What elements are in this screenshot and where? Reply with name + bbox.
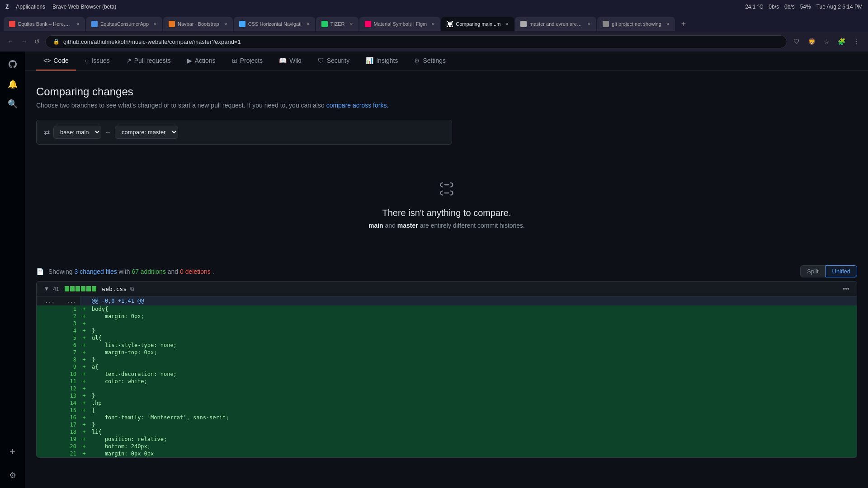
sidebar-icon-search[interactable]: 🔍	[5, 97, 20, 111]
additions-count: 67 additions	[132, 268, 166, 275]
repo-nav: <> Code ○ Issues ↗ Pull requests ▶ Actio…	[25, 52, 868, 71]
tab-close-icon[interactable]: ✕	[587, 22, 591, 27]
insights-icon: 📊	[366, 57, 373, 64]
back-button[interactable]: ←	[5, 36, 15, 47]
copy-path-button[interactable]: ⧉	[130, 286, 134, 292]
split-view-button[interactable]: Split	[800, 265, 825, 277]
network-down: 0b/s	[784, 4, 795, 10]
nav-item-insights[interactable]: 📊 Insights	[359, 52, 405, 70]
nav-item-actions[interactable]: ▶ Actions	[180, 52, 223, 70]
empty-state-icon	[36, 181, 857, 201]
shield-icon[interactable]: 🛡	[791, 36, 802, 47]
diff-tbody: ... ... @@ -0,0 +1,41 @@ 1 + body{	[37, 296, 857, 457]
browser-name: Brave Web Browser (beta)	[52, 4, 116, 10]
table-row: 10 + text-decoration: none;	[37, 371, 857, 378]
tab-close-icon[interactable]: ✕	[76, 22, 80, 27]
nav-item-settings[interactable]: ⚙ Settings	[407, 52, 453, 70]
nav-label-projects: Projects	[240, 57, 263, 64]
actions-icon: ▶	[187, 57, 192, 64]
table-row: 12 +	[37, 385, 857, 392]
tab-navbar[interactable]: Navbar · Bootstrap ✕	[163, 17, 233, 31]
compare-branch-select[interactable]: compare: master	[115, 126, 178, 139]
lock-icon: 🔒	[53, 38, 60, 45]
nav-label-security: Security	[327, 57, 350, 64]
file-diff-menu[interactable]: •••	[843, 285, 849, 292]
table-row: 2 + margin: 0px;	[37, 313, 857, 320]
tab-favicon	[321, 21, 328, 27]
nav-item-security[interactable]: 🛡 Security	[311, 52, 357, 70]
empty-state-desc: main and master are entirely different c…	[36, 222, 857, 229]
diff-view-buttons: Split Unified	[800, 265, 857, 277]
pr-icon: ↗	[126, 57, 132, 64]
reload-button[interactable]: ↺	[33, 36, 42, 47]
applications-menu[interactable]: Applications	[16, 4, 45, 10]
tab-css-nav[interactable]: CSS Horizontal Navigati ✕	[234, 17, 315, 31]
compare-forks-link[interactable]: compare across forks.	[326, 102, 389, 109]
tab-material[interactable]: Material Symbols | Figm ✕	[359, 17, 441, 31]
nav-item-wiki[interactable]: 📖 Wiki	[272, 52, 308, 70]
nav-item-pull-requests[interactable]: ↗ Pull requests	[119, 52, 178, 70]
table-row: 8 + }	[37, 356, 857, 363]
tab-label: TIZER	[330, 21, 345, 27]
sidebar-icon-create[interactable]: +	[5, 445, 20, 459]
table-row: 6 + list-style-type: none;	[37, 342, 857, 349]
table-row: 17 + }	[37, 421, 857, 428]
tab-comparing[interactable]: Comparing main...m ✕	[441, 17, 514, 31]
tab-close-icon[interactable]: ✕	[224, 22, 227, 27]
table-row: 15 + {	[37, 407, 857, 414]
projects-icon: ⊞	[232, 57, 237, 64]
table-row: 4 + }	[37, 327, 857, 334]
browser-actions: 🛡 🦁 ☆ 🧩 ⋮	[791, 36, 863, 47]
diff-section: 📄 Showing 3 changed files with 67 additi…	[36, 265, 857, 458]
nav-item-projects[interactable]: ⊞ Projects	[225, 52, 270, 70]
nav-item-code[interactable]: <> Code	[36, 52, 76, 70]
file-name: web.css	[102, 286, 127, 292]
nav-item-issues[interactable]: ○ Issues	[78, 52, 117, 70]
url-bar[interactable]: 🔒 github.com/athulmekkoth/music-website/…	[45, 35, 787, 48]
diff-summary-left: 📄 Showing 3 changed files with 67 additi…	[36, 268, 214, 275]
brave-shield[interactable]: 🦁	[805, 36, 818, 47]
nav-label-pull-requests: Pull requests	[134, 57, 171, 64]
tab-favicon	[9, 21, 15, 27]
tab-close-icon[interactable]: ✕	[306, 22, 310, 27]
tab-close-icon[interactable]: ✕	[431, 22, 435, 27]
os-logo[interactable]: Z	[5, 4, 9, 10]
hunk-header-row: ... ... @@ -0,0 +1,41 @@	[37, 296, 857, 305]
os-bar: Z Applications Brave Web Browser (beta) …	[0, 0, 868, 14]
new-tab-button[interactable]: +	[678, 18, 690, 31]
tab-close-icon[interactable]: ✕	[153, 22, 157, 27]
tab-close-icon[interactable]: ✕	[666, 22, 670, 27]
empty-state: There isn't anything to compare. main an…	[36, 159, 857, 251]
forward-button[interactable]: →	[19, 36, 29, 47]
table-row: 19 + position: relative;	[37, 436, 857, 443]
table-row: 14 + .hp	[37, 399, 857, 407]
tab-label: Material Symbols | Figm	[374, 21, 427, 27]
tab-git-project[interactable]: git project not showing ✕	[597, 17, 675, 31]
extensions-icon[interactable]: 🧩	[835, 36, 848, 47]
menu-icon[interactable]: ⋮	[851, 36, 863, 47]
settings-icon: ⚙	[414, 57, 420, 64]
unified-view-button[interactable]: Unified	[826, 265, 857, 277]
sidebar-icon-home[interactable]	[5, 57, 20, 71]
tab-close-icon[interactable]: ✕	[505, 22, 509, 27]
tab-equitasconsumer[interactable]: EquitasConsumerApp ✕	[86, 17, 162, 31]
tab-master[interactable]: master and evren are e... ✕	[515, 17, 596, 31]
code-icon: <>	[43, 57, 51, 64]
tab-close-icon[interactable]: ✕	[349, 22, 353, 27]
table-row: 20 + bottom: 240px;	[37, 443, 857, 450]
table-row: 3 +	[37, 320, 857, 327]
changed-files-link[interactable]: 3 changed files	[74, 268, 118, 275]
tab-tizer[interactable]: TIZER ✕	[316, 17, 359, 31]
sidebar-icon-notifications[interactable]: 🔔	[5, 77, 20, 91]
tab-equitas[interactable]: Equitas Bank – Here, yo ✕	[4, 17, 85, 31]
os-bar-left: Z Applications Brave Web Browser (beta)	[5, 4, 116, 10]
compare-bar: ⇄ base: main ← compare: master	[36, 120, 452, 145]
sidebar-icon-settings[interactable]: ⚙	[5, 468, 20, 483]
bookmark-icon[interactable]: ☆	[821, 36, 832, 47]
collapse-button[interactable]: ▼	[44, 286, 49, 292]
security-icon: 🛡	[318, 57, 324, 64]
table-row: 18 + li{	[37, 428, 857, 436]
branch1-name: main	[368, 222, 383, 229]
base-branch-select[interactable]: base: main	[53, 126, 101, 139]
main-content: <> Code ○ Issues ↗ Pull requests ▶ Actio…	[25, 52, 868, 488]
